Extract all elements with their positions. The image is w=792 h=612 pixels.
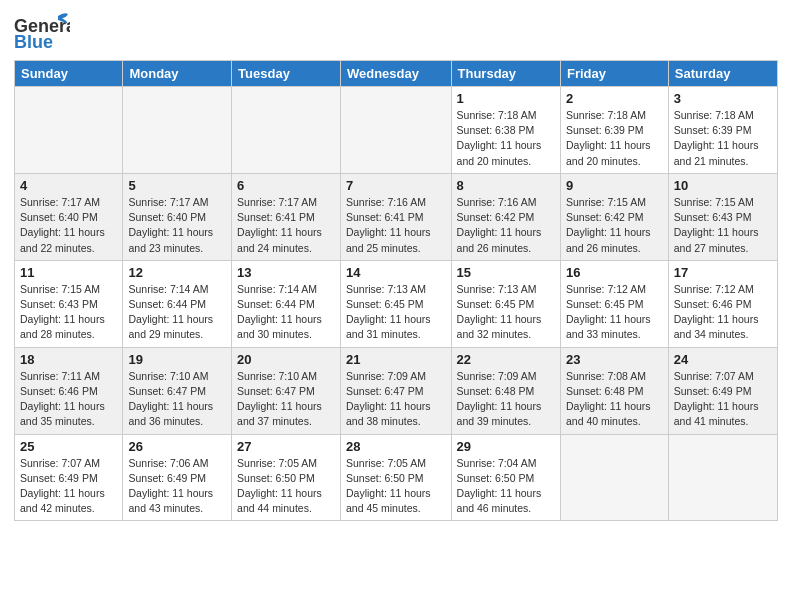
calendar-header-row: SundayMondayTuesdayWednesdayThursdayFrid… bbox=[15, 61, 778, 87]
day-header-sunday: Sunday bbox=[15, 61, 123, 87]
day-number: 24 bbox=[674, 352, 772, 367]
day-info: Sunrise: 7:07 AMSunset: 6:49 PMDaylight:… bbox=[674, 369, 772, 430]
day-header-saturday: Saturday bbox=[668, 61, 777, 87]
calendar-cell: 22Sunrise: 7:09 AMSunset: 6:48 PMDayligh… bbox=[451, 347, 560, 434]
day-info: Sunrise: 7:17 AMSunset: 6:40 PMDaylight:… bbox=[128, 195, 226, 256]
day-number: 16 bbox=[566, 265, 663, 280]
day-number: 23 bbox=[566, 352, 663, 367]
day-header-wednesday: Wednesday bbox=[340, 61, 451, 87]
calendar-cell: 21Sunrise: 7:09 AMSunset: 6:47 PMDayligh… bbox=[340, 347, 451, 434]
day-info: Sunrise: 7:14 AMSunset: 6:44 PMDaylight:… bbox=[128, 282, 226, 343]
day-number: 5 bbox=[128, 178, 226, 193]
calendar-cell: 29Sunrise: 7:04 AMSunset: 6:50 PMDayligh… bbox=[451, 434, 560, 521]
day-info: Sunrise: 7:17 AMSunset: 6:41 PMDaylight:… bbox=[237, 195, 335, 256]
day-number: 22 bbox=[457, 352, 555, 367]
day-info: Sunrise: 7:05 AMSunset: 6:50 PMDaylight:… bbox=[237, 456, 335, 517]
calendar-cell: 1Sunrise: 7:18 AMSunset: 6:38 PMDaylight… bbox=[451, 87, 560, 174]
calendar-cell: 8Sunrise: 7:16 AMSunset: 6:42 PMDaylight… bbox=[451, 173, 560, 260]
day-info: Sunrise: 7:10 AMSunset: 6:47 PMDaylight:… bbox=[128, 369, 226, 430]
day-info: Sunrise: 7:13 AMSunset: 6:45 PMDaylight:… bbox=[457, 282, 555, 343]
calendar-cell: 27Sunrise: 7:05 AMSunset: 6:50 PMDayligh… bbox=[232, 434, 341, 521]
day-number: 28 bbox=[346, 439, 446, 454]
calendar-cell: 4Sunrise: 7:17 AMSunset: 6:40 PMDaylight… bbox=[15, 173, 123, 260]
day-number: 13 bbox=[237, 265, 335, 280]
day-number: 26 bbox=[128, 439, 226, 454]
day-info: Sunrise: 7:15 AMSunset: 6:42 PMDaylight:… bbox=[566, 195, 663, 256]
day-header-tuesday: Tuesday bbox=[232, 61, 341, 87]
day-info: Sunrise: 7:08 AMSunset: 6:48 PMDaylight:… bbox=[566, 369, 663, 430]
day-info: Sunrise: 7:12 AMSunset: 6:45 PMDaylight:… bbox=[566, 282, 663, 343]
day-info: Sunrise: 7:15 AMSunset: 6:43 PMDaylight:… bbox=[20, 282, 117, 343]
day-number: 10 bbox=[674, 178, 772, 193]
day-number: 4 bbox=[20, 178, 117, 193]
day-number: 12 bbox=[128, 265, 226, 280]
day-info: Sunrise: 7:18 AMSunset: 6:39 PMDaylight:… bbox=[674, 108, 772, 169]
day-number: 21 bbox=[346, 352, 446, 367]
calendar-cell: 24Sunrise: 7:07 AMSunset: 6:49 PMDayligh… bbox=[668, 347, 777, 434]
calendar-cell: 3Sunrise: 7:18 AMSunset: 6:39 PMDaylight… bbox=[668, 87, 777, 174]
day-number: 25 bbox=[20, 439, 117, 454]
day-number: 29 bbox=[457, 439, 555, 454]
calendar-cell: 15Sunrise: 7:13 AMSunset: 6:45 PMDayligh… bbox=[451, 260, 560, 347]
day-number: 19 bbox=[128, 352, 226, 367]
calendar-cell: 5Sunrise: 7:17 AMSunset: 6:40 PMDaylight… bbox=[123, 173, 232, 260]
day-info: Sunrise: 7:13 AMSunset: 6:45 PMDaylight:… bbox=[346, 282, 446, 343]
day-number: 8 bbox=[457, 178, 555, 193]
day-number: 18 bbox=[20, 352, 117, 367]
calendar-cell: 10Sunrise: 7:15 AMSunset: 6:43 PMDayligh… bbox=[668, 173, 777, 260]
calendar-week-4: 18Sunrise: 7:11 AMSunset: 6:46 PMDayligh… bbox=[15, 347, 778, 434]
day-number: 17 bbox=[674, 265, 772, 280]
calendar-cell: 25Sunrise: 7:07 AMSunset: 6:49 PMDayligh… bbox=[15, 434, 123, 521]
day-number: 15 bbox=[457, 265, 555, 280]
day-info: Sunrise: 7:15 AMSunset: 6:43 PMDaylight:… bbox=[674, 195, 772, 256]
day-number: 6 bbox=[237, 178, 335, 193]
day-header-friday: Friday bbox=[560, 61, 668, 87]
day-info: Sunrise: 7:11 AMSunset: 6:46 PMDaylight:… bbox=[20, 369, 117, 430]
calendar-cell: 16Sunrise: 7:12 AMSunset: 6:45 PMDayligh… bbox=[560, 260, 668, 347]
day-info: Sunrise: 7:17 AMSunset: 6:40 PMDaylight:… bbox=[20, 195, 117, 256]
calendar-cell: 18Sunrise: 7:11 AMSunset: 6:46 PMDayligh… bbox=[15, 347, 123, 434]
calendar-cell bbox=[123, 87, 232, 174]
calendar-cell bbox=[15, 87, 123, 174]
calendar-cell: 26Sunrise: 7:06 AMSunset: 6:49 PMDayligh… bbox=[123, 434, 232, 521]
day-number: 3 bbox=[674, 91, 772, 106]
calendar-cell: 13Sunrise: 7:14 AMSunset: 6:44 PMDayligh… bbox=[232, 260, 341, 347]
day-info: Sunrise: 7:18 AMSunset: 6:39 PMDaylight:… bbox=[566, 108, 663, 169]
day-number: 7 bbox=[346, 178, 446, 193]
day-info: Sunrise: 7:09 AMSunset: 6:48 PMDaylight:… bbox=[457, 369, 555, 430]
logo: General Blue bbox=[14, 10, 70, 54]
logo-icon: General Blue bbox=[14, 10, 70, 54]
day-number: 9 bbox=[566, 178, 663, 193]
day-info: Sunrise: 7:09 AMSunset: 6:47 PMDaylight:… bbox=[346, 369, 446, 430]
calendar-cell: 9Sunrise: 7:15 AMSunset: 6:42 PMDaylight… bbox=[560, 173, 668, 260]
calendar-week-3: 11Sunrise: 7:15 AMSunset: 6:43 PMDayligh… bbox=[15, 260, 778, 347]
calendar-table: SundayMondayTuesdayWednesdayThursdayFrid… bbox=[14, 60, 778, 521]
header: General Blue bbox=[14, 10, 778, 54]
calendar-cell: 19Sunrise: 7:10 AMSunset: 6:47 PMDayligh… bbox=[123, 347, 232, 434]
calendar-cell: 14Sunrise: 7:13 AMSunset: 6:45 PMDayligh… bbox=[340, 260, 451, 347]
calendar-cell: 7Sunrise: 7:16 AMSunset: 6:41 PMDaylight… bbox=[340, 173, 451, 260]
day-info: Sunrise: 7:10 AMSunset: 6:47 PMDaylight:… bbox=[237, 369, 335, 430]
calendar-cell bbox=[232, 87, 341, 174]
calendar-week-5: 25Sunrise: 7:07 AMSunset: 6:49 PMDayligh… bbox=[15, 434, 778, 521]
calendar-week-1: 1Sunrise: 7:18 AMSunset: 6:38 PMDaylight… bbox=[15, 87, 778, 174]
calendar-week-2: 4Sunrise: 7:17 AMSunset: 6:40 PMDaylight… bbox=[15, 173, 778, 260]
calendar-cell: 11Sunrise: 7:15 AMSunset: 6:43 PMDayligh… bbox=[15, 260, 123, 347]
day-info: Sunrise: 7:04 AMSunset: 6:50 PMDaylight:… bbox=[457, 456, 555, 517]
day-info: Sunrise: 7:07 AMSunset: 6:49 PMDaylight:… bbox=[20, 456, 117, 517]
day-header-monday: Monday bbox=[123, 61, 232, 87]
calendar-cell: 28Sunrise: 7:05 AMSunset: 6:50 PMDayligh… bbox=[340, 434, 451, 521]
day-info: Sunrise: 7:18 AMSunset: 6:38 PMDaylight:… bbox=[457, 108, 555, 169]
day-number: 27 bbox=[237, 439, 335, 454]
day-number: 14 bbox=[346, 265, 446, 280]
day-info: Sunrise: 7:05 AMSunset: 6:50 PMDaylight:… bbox=[346, 456, 446, 517]
day-info: Sunrise: 7:16 AMSunset: 6:41 PMDaylight:… bbox=[346, 195, 446, 256]
calendar-cell: 12Sunrise: 7:14 AMSunset: 6:44 PMDayligh… bbox=[123, 260, 232, 347]
day-info: Sunrise: 7:14 AMSunset: 6:44 PMDaylight:… bbox=[237, 282, 335, 343]
day-info: Sunrise: 7:12 AMSunset: 6:46 PMDaylight:… bbox=[674, 282, 772, 343]
calendar-cell: 17Sunrise: 7:12 AMSunset: 6:46 PMDayligh… bbox=[668, 260, 777, 347]
calendar-cell: 2Sunrise: 7:18 AMSunset: 6:39 PMDaylight… bbox=[560, 87, 668, 174]
day-number: 2 bbox=[566, 91, 663, 106]
day-number: 11 bbox=[20, 265, 117, 280]
page: General Blue SundayMondayTuesdayWednesda… bbox=[0, 0, 792, 531]
